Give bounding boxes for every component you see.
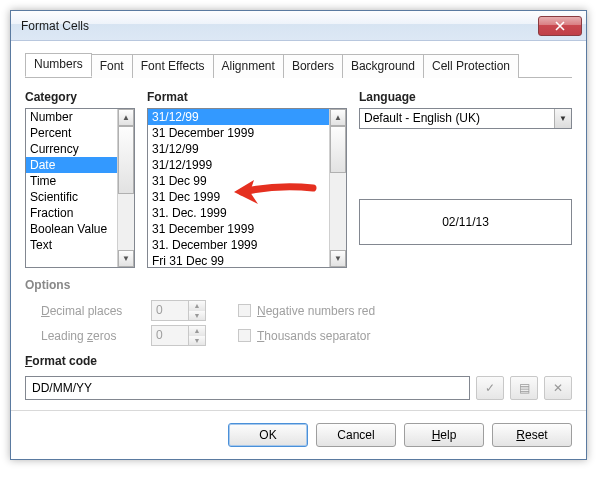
language-combobox[interactable]: Default - English (UK) ▼ xyxy=(359,108,572,129)
list-item[interactable]: Text xyxy=(26,237,117,253)
list-item[interactable]: Fri 31 Dec 99 xyxy=(148,253,329,267)
category-listbox[interactable]: NumberPercentCurrencyDateTimeScientificF… xyxy=(25,108,135,268)
list-item[interactable]: 31 December 1999 xyxy=(148,221,329,237)
chevron-down-icon[interactable]: ▼ xyxy=(554,109,571,128)
close-icon xyxy=(555,21,565,31)
thousands-sep-label: Thousands separator xyxy=(257,329,370,343)
list-item[interactable]: Fraction xyxy=(26,205,117,221)
format-code-heading: Format code xyxy=(25,354,572,368)
dialog-body: NumbersFontFont EffectsAlignmentBordersB… xyxy=(11,41,586,410)
list-item[interactable]: Currency xyxy=(26,141,117,157)
leading-zeros-spinner: 0 ▲▼ xyxy=(151,325,206,346)
tab-cell-protection[interactable]: Cell Protection xyxy=(423,54,519,78)
options-heading: Options xyxy=(25,278,572,292)
spin-down-icon: ▼ xyxy=(189,311,205,321)
spin-up-icon: ▲ xyxy=(189,326,205,336)
format-listbox[interactable]: 31/12/9931 December 199931/12/9931/12/19… xyxy=(147,108,347,268)
decimal-places-label: Decimal places xyxy=(41,304,141,318)
list-item[interactable]: 31/12/99 xyxy=(148,141,329,157)
tab-font[interactable]: Font xyxy=(91,54,133,78)
preview-box: 02/11/13 xyxy=(359,199,572,245)
list-item[interactable]: 31 Dec 99 xyxy=(148,173,329,189)
decimal-places-spinner: 0 ▲▼ xyxy=(151,300,206,321)
options-group: Options Decimal places 0 ▲▼ Negative num… xyxy=(25,278,572,346)
tab-bar: NumbersFontFont EffectsAlignmentBordersB… xyxy=(25,53,572,78)
delete-code-button[interactable]: ✕ xyxy=(544,376,572,400)
ok-button[interactable]: OK xyxy=(228,423,308,447)
format-label: Format xyxy=(147,90,347,104)
reset-button[interactable]: Reset xyxy=(492,423,572,447)
cancel-button[interactable]: Cancel xyxy=(316,423,396,447)
negative-red-label: Negative numbers red xyxy=(257,304,375,318)
apply-code-button[interactable]: ✓ xyxy=(476,376,504,400)
spin-down-icon: ▼ xyxy=(189,336,205,346)
category-column: Category NumberPercentCurrencyDateTimeSc… xyxy=(25,90,135,268)
list-item[interactable]: 31/12/99 xyxy=(148,109,329,125)
list-item[interactable]: Percent xyxy=(26,125,117,141)
close-button[interactable] xyxy=(538,16,582,36)
scroll-up-icon[interactable]: ▲ xyxy=(330,109,346,126)
thousands-sep-checkbox: Thousands separator xyxy=(238,329,370,343)
leading-zeros-value: 0 xyxy=(152,326,188,345)
scroll-up-icon[interactable]: ▲ xyxy=(118,109,134,126)
format-cells-dialog: Format Cells NumbersFontFont EffectsAlig… xyxy=(10,10,587,460)
category-label: Category xyxy=(25,90,135,104)
format-code-input[interactable] xyxy=(25,376,470,400)
tab-numbers[interactable]: Numbers xyxy=(25,53,92,77)
language-value: Default - English (UK) xyxy=(360,109,554,128)
titlebar: Format Cells xyxy=(11,11,586,41)
leading-row: Leading zeros 0 ▲▼ Thousands separator xyxy=(41,325,572,346)
list-item[interactable]: Date xyxy=(26,157,117,173)
decimal-places-value: 0 xyxy=(152,301,188,320)
format-column: Format 31/12/9931 December 199931/12/993… xyxy=(147,90,347,268)
scrollbar[interactable]: ▲ ▼ xyxy=(117,109,134,267)
tab-font-effects[interactable]: Font Effects xyxy=(132,54,214,78)
spin-up-icon: ▲ xyxy=(189,301,205,311)
note-button[interactable]: ▤ xyxy=(510,376,538,400)
top-row: Category NumberPercentCurrencyDateTimeSc… xyxy=(25,90,572,268)
tab-alignment[interactable]: Alignment xyxy=(213,54,284,78)
help-button[interactable]: Help xyxy=(404,423,484,447)
tab-borders[interactable]: Borders xyxy=(283,54,343,78)
list-item[interactable]: Scientific xyxy=(26,189,117,205)
language-column: Language Default - English (UK) ▼ 02/11/… xyxy=(359,90,572,268)
dialog-footer: OK Cancel Help Reset xyxy=(11,410,586,459)
x-icon: ✕ xyxy=(553,381,563,395)
tab-background[interactable]: Background xyxy=(342,54,424,78)
note-icon: ▤ xyxy=(519,381,530,395)
list-item[interactable]: 31. Dec. 1999 xyxy=(148,205,329,221)
checkbox-icon xyxy=(238,304,251,317)
scroll-down-icon[interactable]: ▼ xyxy=(118,250,134,267)
scrollbar[interactable]: ▲ ▼ xyxy=(329,109,346,267)
checkbox-icon xyxy=(238,329,251,342)
dialog-title: Format Cells xyxy=(21,19,538,33)
list-item[interactable]: Number xyxy=(26,109,117,125)
list-item[interactable]: 31. December 1999 xyxy=(148,237,329,253)
scroll-down-icon[interactable]: ▼ xyxy=(330,250,346,267)
format-code-group: Format code ✓ ▤ ✕ xyxy=(25,354,572,400)
language-label: Language xyxy=(359,90,572,104)
preview-value: 02/11/13 xyxy=(442,215,489,229)
leading-zeros-label: Leading zeros xyxy=(41,329,141,343)
list-item[interactable]: 31 December 1999 xyxy=(148,125,329,141)
list-item[interactable]: Boolean Value xyxy=(26,221,117,237)
list-item[interactable]: Time xyxy=(26,173,117,189)
list-item[interactable]: 31/12/1999 xyxy=(148,157,329,173)
check-icon: ✓ xyxy=(485,381,495,395)
negative-red-checkbox: Negative numbers red xyxy=(238,304,375,318)
decimal-row: Decimal places 0 ▲▼ Negative numbers red xyxy=(41,300,572,321)
list-item[interactable]: 31 Dec 1999 xyxy=(148,189,329,205)
